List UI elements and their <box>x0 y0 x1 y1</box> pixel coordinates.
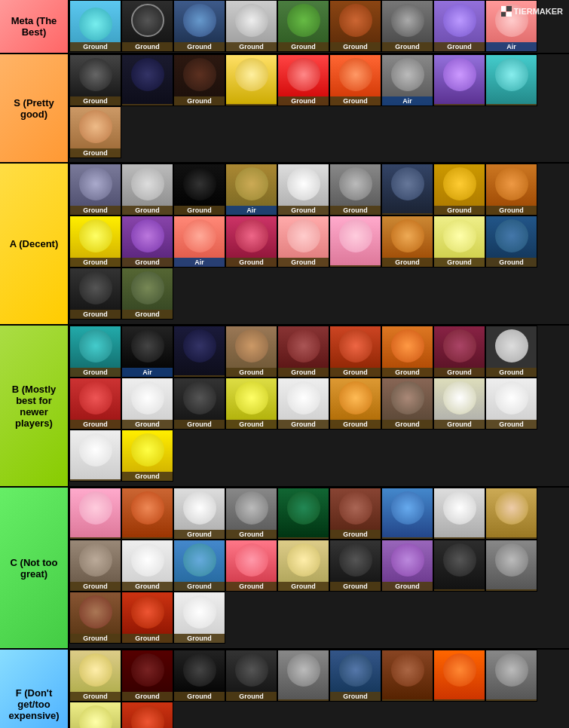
char-cell: Ground <box>277 540 329 592</box>
char-cell: Air <box>121 326 173 378</box>
char-cell: Ground <box>485 378 537 430</box>
char-label <box>174 375 225 377</box>
tier-content-c: Ground Ground Ground <box>69 488 569 648</box>
watermark-icon <box>501 6 512 17</box>
char-label <box>486 104 537 106</box>
char-cell: Ground <box>329 164 381 216</box>
char-label: Ground <box>278 96 329 106</box>
char-label: Ground <box>70 634 121 643</box>
char-label: Ground <box>226 258 277 267</box>
char-cell: Ground <box>69 650 121 702</box>
char-label: Ground <box>382 42 433 51</box>
char-label: Ground <box>70 582 121 591</box>
char-cell: Ground <box>329 54 381 106</box>
char-label: Ground <box>70 148 121 158</box>
char-cell: Air <box>381 54 433 106</box>
char-label <box>434 699 485 701</box>
char-cell: Ground <box>173 164 225 216</box>
char-cell: Ground <box>69 216 121 268</box>
char-cell <box>381 488 433 540</box>
char-cell: Ground <box>277 378 329 430</box>
char-label: Ground <box>174 692 225 701</box>
char-label: Ground <box>382 258 433 267</box>
char-label: Ground <box>278 206 329 215</box>
char-label: Ground <box>226 530 277 539</box>
char-cell <box>433 488 485 540</box>
char-cell: Ground <box>329 488 381 540</box>
char-label: Ground <box>226 692 277 701</box>
char-label <box>122 537 173 539</box>
char-cell: Ground <box>225 216 277 268</box>
char-label <box>70 479 121 481</box>
char-cell: Ground <box>173 650 225 702</box>
char-label: Ground <box>382 582 433 591</box>
char-cell: Ground <box>69 540 121 592</box>
char-label: Ground <box>434 368 485 377</box>
char-cell <box>329 216 381 268</box>
char-cell <box>433 540 485 592</box>
char-cell: Ground <box>173 378 225 430</box>
char-cell: Ground <box>277 0 329 52</box>
char-label: Ground <box>122 692 173 701</box>
char-label: Ground <box>174 96 225 106</box>
char-cell: Ground <box>381 540 433 592</box>
char-label: Ground <box>486 420 537 429</box>
char-cell <box>69 430 121 482</box>
char-label: Ground <box>174 530 225 539</box>
char-label <box>278 537 329 539</box>
char-cell: Ground <box>433 0 485 52</box>
char-label: Ground <box>278 42 329 51</box>
char-cell: Ground <box>433 216 485 268</box>
char-cell: Ground <box>69 268 121 320</box>
char-cell: Ground <box>121 430 173 482</box>
char-label: Ground <box>486 368 537 377</box>
char-cell: Ground <box>121 0 173 52</box>
char-cell: Ground <box>329 378 381 430</box>
char-label: Ground <box>226 582 277 591</box>
char-cell: Ground <box>225 326 277 378</box>
char-cell: Ground <box>381 0 433 52</box>
char-label <box>278 699 329 701</box>
tier-row-a: A (Decent) Ground Ground Ground Air Grou <box>0 164 569 326</box>
char-cell <box>121 702 173 728</box>
char-label: Ground <box>330 420 381 429</box>
char-label <box>434 537 485 539</box>
char-cell: Ground <box>277 54 329 106</box>
tier-label-c: C (Not too great) <box>0 488 69 648</box>
char-label: Ground <box>122 582 173 591</box>
char-label <box>330 265 381 267</box>
char-label: Ground <box>278 582 329 591</box>
tier-content-a: Ground Ground Ground Air Ground Ground <box>69 164 569 324</box>
char-label: Ground <box>330 96 381 106</box>
char-label <box>486 589 537 591</box>
char-label: Ground <box>226 368 277 377</box>
char-label: Ground <box>434 420 485 429</box>
char-cell <box>381 164 433 216</box>
tier-label-meta: Meta (The Best) <box>0 0 69 53</box>
char-cell <box>433 54 485 106</box>
char-cell: Ground <box>173 0 225 52</box>
char-label: Ground <box>122 206 173 215</box>
char-cell: Ground <box>381 326 433 378</box>
char-label: Ground <box>330 530 381 539</box>
char-cell: Ground <box>277 164 329 216</box>
char-label: Ground <box>330 582 381 591</box>
char-cell: Ground <box>69 164 121 216</box>
char-cell: Ground <box>433 378 485 430</box>
char-cell: Ground <box>69 326 121 378</box>
tier-label-s: S (Pretty good) <box>0 54 69 162</box>
char-label: Ground <box>122 634 173 643</box>
char-label <box>226 104 277 106</box>
char-cell: Ground <box>173 540 225 592</box>
char-label: Ground <box>122 420 173 429</box>
char-label: Ground <box>174 634 225 643</box>
char-label: Ground <box>70 42 121 51</box>
char-label: Ground <box>330 206 381 215</box>
char-cell: Ground <box>69 54 121 106</box>
char-cell: Ground <box>225 0 277 52</box>
char-label: Ground <box>174 582 225 591</box>
char-label <box>486 537 537 539</box>
char-label: Ground <box>278 258 329 267</box>
char-cell <box>69 488 121 540</box>
char-cell: Ground <box>121 164 173 216</box>
